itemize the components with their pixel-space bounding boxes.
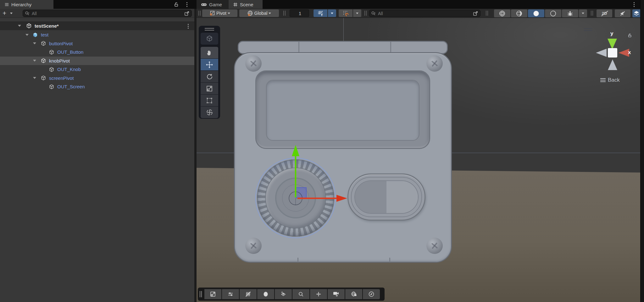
gizmo-y-label: y	[610, 30, 613, 37]
tool-handle-position-dropdown[interactable]: Pivot	[202, 9, 237, 17]
debug-effects-caret[interactable]	[579, 9, 587, 17]
hierarchy-rows: test buttonPivot OUT_Button knobPivot	[0, 30, 194, 91]
expand-arrow-icon[interactable]	[25, 34, 29, 36]
chevron-down-icon	[356, 13, 358, 14]
gizmo-left-cone[interactable]	[596, 49, 607, 57]
hierarchy-row-screenPivot[interactable]: screenPivot	[0, 74, 194, 83]
grid-off-button[interactable]	[240, 289, 257, 299]
hierarchy-row-test[interactable]: test	[0, 30, 194, 39]
unlit-shading-button[interactable]	[545, 9, 561, 17]
gizmo-lock-icon[interactable]	[627, 33, 632, 38]
screw	[426, 55, 443, 72]
pivot-icon	[209, 10, 215, 16]
screw	[245, 238, 262, 254]
scene-menu-icon[interactable]	[633, 2, 635, 7]
gameobject-cube-icon	[41, 41, 46, 46]
overlay-stack-button[interactable]	[632, 9, 640, 17]
gizmo-y-axis-cone[interactable]	[608, 39, 617, 49]
toolbar-drag-handle[interactable]	[283, 11, 286, 16]
toolbar-drag-handle[interactable]	[364, 11, 367, 16]
compass-button[interactable]	[363, 289, 380, 299]
transform-tool-button[interactable]	[201, 106, 218, 118]
debug-effects-button[interactable]	[562, 9, 578, 17]
expand-arrow-icon[interactable]	[33, 60, 36, 62]
scene-header-row[interactable]: testScene*	[0, 21, 194, 30]
shaded-mode-button-active[interactable]	[528, 9, 544, 17]
scene-audio-toggle-muted[interactable]	[615, 9, 630, 17]
expand-arrow-icon[interactable]	[18, 25, 21, 27]
gameobject-cube-icon	[49, 84, 54, 90]
expand-view-button[interactable]	[204, 289, 221, 299]
sliders-settings-button[interactable]	[222, 289, 239, 299]
grid-hash-icon	[233, 2, 238, 7]
center-move-button[interactable]	[310, 289, 327, 299]
grid-visibility-button[interactable]: Y	[314, 9, 327, 17]
scene-search-field[interactable]	[369, 10, 480, 17]
button-left-half	[355, 181, 386, 213]
create-object-caret-icon[interactable]	[10, 13, 13, 14]
toolbar-drag-handle[interactable]	[486, 11, 488, 16]
grid-size-input[interactable]	[290, 10, 310, 17]
hierarchy-row-OUT_Knob[interactable]: OUT_Knob	[0, 65, 194, 74]
hierarchy-menu-icon[interactable]	[186, 2, 187, 7]
device-button[interactable]	[347, 173, 425, 221]
rotate-tool-button[interactable]	[201, 70, 218, 82]
gizmo-x-axis-cone[interactable]	[619, 49, 629, 57]
knob-inner-ring	[282, 184, 309, 211]
snap-diamond-button[interactable]	[275, 289, 292, 299]
hierarchy-search-input[interactable]	[31, 11, 183, 16]
search-icon	[25, 11, 30, 16]
gizmo-view-menu[interactable]: Back	[600, 77, 620, 83]
expand-arrow-icon[interactable]	[33, 77, 36, 79]
shaded-wireframe-button[interactable]	[511, 9, 527, 17]
gameobject-cube-icon	[41, 75, 46, 81]
bottom-lip-divider	[389, 258, 390, 262]
magnifier-button[interactable]	[292, 289, 309, 299]
2d-view-toggle-off[interactable]: 2D	[597, 9, 612, 17]
wireframe-shading-button[interactable]	[494, 9, 510, 17]
tool-handle-rotation-dropdown[interactable]: Global	[239, 9, 279, 17]
overlay-drag-handle[interactable]	[205, 28, 214, 30]
scene-search-input[interactable]	[377, 11, 471, 16]
scene-row-menu-icon[interactable]	[187, 24, 189, 29]
toolbar-drag-handle[interactable]	[591, 11, 593, 16]
grid-size-field[interactable]	[290, 9, 309, 17]
grid-snapping-caret[interactable]	[353, 9, 361, 17]
pick-object-icon[interactable]	[473, 11, 478, 16]
rect-tool-button[interactable]	[201, 94, 218, 106]
tab-game[interactable]: Game	[197, 0, 229, 9]
gizmo-bottom-cone[interactable]	[608, 59, 617, 70]
expand-arrow-icon[interactable]	[33, 42, 36, 44]
globe-lock-button[interactable]	[345, 289, 362, 299]
hierarchy-search-field[interactable]	[23, 10, 192, 17]
toolbar-drag-handle[interactable]	[198, 11, 201, 16]
camera-view-button[interactable]	[328, 289, 345, 299]
tab-game-label: Game	[209, 2, 222, 7]
scale-tool-button[interactable]	[201, 82, 218, 94]
scene-bottom-toolbar	[198, 288, 385, 301]
move-tool-button-active[interactable]	[201, 58, 218, 70]
create-object-button[interactable]: +	[3, 9, 6, 17]
hierarchy-row-knobPivot[interactable]: knobPivot	[0, 57, 194, 65]
scene-viewport[interactable]: y x Back	[197, 18, 640, 302]
tab-hierarchy[interactable]: Hierarchy	[0, 0, 53, 9]
hand-tool-button[interactable]	[201, 47, 218, 58]
gizmo-center-cube[interactable]	[608, 48, 617, 58]
panel-divider[interactable]	[194, 9, 197, 302]
global-label: Global	[254, 11, 268, 16]
view-tool-cube-button[interactable]	[201, 33, 218, 45]
bottom-lip-divider	[297, 258, 298, 262]
tab-scene[interactable]: Scene	[229, 0, 263, 9]
hierarchy-row-OUT_Screen[interactable]: OUT_Screen	[0, 82, 194, 91]
hierarchy-row-buttonPivot[interactable]: buttonPivot	[0, 39, 194, 48]
device-screen[interactable]	[266, 80, 419, 141]
overlay-drag-handle[interactable]	[584, 28, 592, 31]
gameobject-cube-icon	[49, 49, 54, 55]
lock-icon[interactable]	[174, 2, 179, 7]
pick-object-icon[interactable]	[184, 11, 190, 16]
grid-visibility-caret[interactable]	[328, 9, 336, 17]
grid-snapping-button[interactable]	[339, 9, 353, 17]
hierarchy-row-OUT_Button[interactable]: OUT_Button	[0, 48, 194, 57]
overlay-drag-handle[interactable]	[200, 291, 202, 297]
sphere-gizmo-button[interactable]	[257, 289, 274, 299]
